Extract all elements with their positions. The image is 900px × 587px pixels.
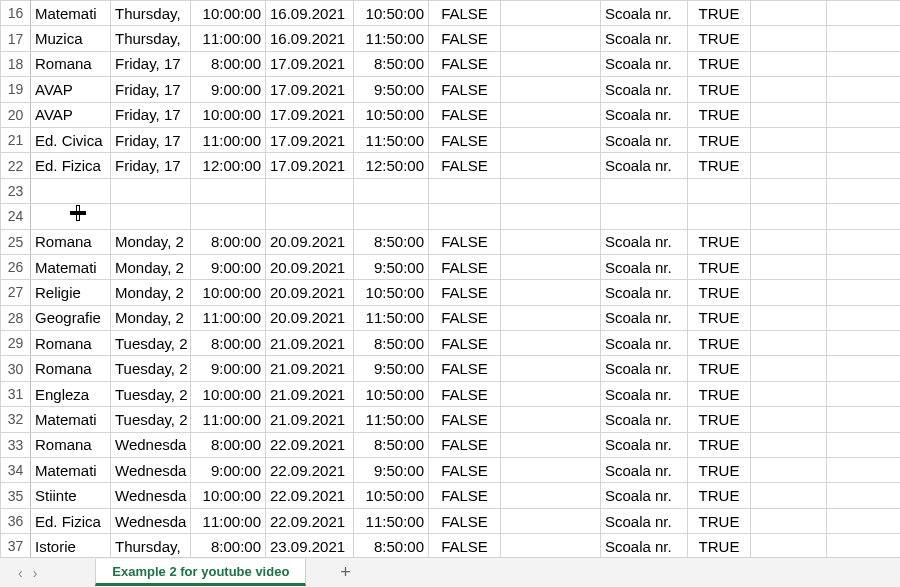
cell-empty2[interactable] bbox=[751, 229, 827, 254]
cell-flag2[interactable]: TRUE bbox=[688, 407, 751, 432]
table-row[interactable]: 29RomanaTuesday, 28:00:0021.09.20218:50:… bbox=[1, 331, 901, 356]
row-header[interactable]: 19 bbox=[1, 77, 31, 102]
cell-end-time[interactable]: 8:50:00 bbox=[354, 534, 429, 557]
cell-empty[interactable] bbox=[501, 432, 601, 457]
cell-empty2[interactable] bbox=[751, 280, 827, 305]
cell-empty3[interactable] bbox=[827, 1, 901, 26]
cell-location[interactable]: Scoala nr. bbox=[601, 305, 688, 330]
cell-flag1[interactable]: FALSE bbox=[429, 153, 501, 178]
data-table[interactable]: 16MatematiThursday,10:00:0016.09.202110:… bbox=[0, 0, 900, 557]
cell-date[interactable]: 20.09.2021 bbox=[266, 280, 354, 305]
cell-empty3[interactable] bbox=[827, 153, 901, 178]
cell-location[interactable]: Scoala nr. bbox=[601, 26, 688, 51]
row-header[interactable]: 25 bbox=[1, 229, 31, 254]
cell-location[interactable]: Scoala nr. bbox=[601, 229, 688, 254]
cell-day[interactable]: Friday, 17 bbox=[111, 51, 191, 76]
cell-location[interactable]: Scoala nr. bbox=[601, 77, 688, 102]
cell-empty2[interactable] bbox=[751, 204, 827, 229]
cell-date[interactable]: 21.09.2021 bbox=[266, 356, 354, 381]
cell-empty2[interactable] bbox=[751, 534, 827, 557]
cell-empty2[interactable] bbox=[751, 51, 827, 76]
cell-date[interactable]: 20.09.2021 bbox=[266, 305, 354, 330]
table-row[interactable]: 33RomanaWednesda8:00:0022.09.20218:50:00… bbox=[1, 432, 901, 457]
row-header[interactable]: 35 bbox=[1, 483, 31, 508]
cell-start-time[interactable]: 11:00:00 bbox=[191, 127, 266, 152]
cell-flag1[interactable]: FALSE bbox=[429, 407, 501, 432]
cell-start-time[interactable]: 12:00:00 bbox=[191, 153, 266, 178]
table-row[interactable]: 27ReligieMonday, 210:00:0020.09.202110:5… bbox=[1, 280, 901, 305]
cell-subject[interactable]: Ed. Civica bbox=[31, 127, 111, 152]
table-row[interactable]: 18RomanaFriday, 178:00:0017.09.20218:50:… bbox=[1, 51, 901, 76]
cell-empty3[interactable] bbox=[827, 483, 901, 508]
cell-empty2[interactable] bbox=[751, 254, 827, 279]
cell-empty3[interactable] bbox=[827, 127, 901, 152]
cell-subject[interactable] bbox=[31, 204, 111, 229]
cell-empty[interactable] bbox=[501, 458, 601, 483]
cell-subject[interactable]: Ed. Fizica bbox=[31, 153, 111, 178]
row-header[interactable]: 18 bbox=[1, 51, 31, 76]
cell-subject[interactable]: Matemati bbox=[31, 1, 111, 26]
cell-subject[interactable]: AVAP bbox=[31, 77, 111, 102]
cell-day[interactable]: Monday, 2 bbox=[111, 305, 191, 330]
table-row[interactable]: 23 bbox=[1, 178, 901, 203]
cell-location[interactable]: Scoala nr. bbox=[601, 432, 688, 457]
cell-end-time[interactable]: 8:50:00 bbox=[354, 229, 429, 254]
cell-start-time[interactable]: 9:00:00 bbox=[191, 254, 266, 279]
cell-flag1[interactable]: FALSE bbox=[429, 26, 501, 51]
cell-flag2[interactable]: TRUE bbox=[688, 356, 751, 381]
cell-empty2[interactable] bbox=[751, 178, 827, 203]
cell-day[interactable]: Tuesday, 2 bbox=[111, 331, 191, 356]
table-row[interactable]: 30RomanaTuesday, 29:00:0021.09.20219:50:… bbox=[1, 356, 901, 381]
cell-day[interactable] bbox=[111, 204, 191, 229]
cell-flag1[interactable]: FALSE bbox=[429, 356, 501, 381]
cell-flag2[interactable]: TRUE bbox=[688, 26, 751, 51]
cell-location[interactable]: Scoala nr. bbox=[601, 127, 688, 152]
cell-empty2[interactable] bbox=[751, 508, 827, 533]
cell-empty[interactable] bbox=[501, 51, 601, 76]
cell-subject[interactable]: Romana bbox=[31, 331, 111, 356]
cell-empty[interactable] bbox=[501, 229, 601, 254]
cell-empty3[interactable] bbox=[827, 77, 901, 102]
cell-start-time[interactable]: 11:00:00 bbox=[191, 508, 266, 533]
cell-day[interactable]: Wednesda bbox=[111, 483, 191, 508]
cell-subject[interactable]: Romana bbox=[31, 51, 111, 76]
row-header[interactable]: 37 bbox=[1, 534, 31, 557]
cell-end-time[interactable]: 9:50:00 bbox=[354, 356, 429, 381]
cell-date[interactable]: 22.09.2021 bbox=[266, 458, 354, 483]
cell-date[interactable]: 17.09.2021 bbox=[266, 51, 354, 76]
cell-subject[interactable]: AVAP bbox=[31, 102, 111, 127]
cell-location[interactable] bbox=[601, 204, 688, 229]
cell-end-time[interactable]: 8:50:00 bbox=[354, 432, 429, 457]
table-row[interactable]: 32MatematiTuesday, 211:00:0021.09.202111… bbox=[1, 407, 901, 432]
cell-day[interactable]: Monday, 2 bbox=[111, 229, 191, 254]
row-header[interactable]: 17 bbox=[1, 26, 31, 51]
cell-empty3[interactable] bbox=[827, 102, 901, 127]
row-header[interactable]: 22 bbox=[1, 153, 31, 178]
cell-start-time[interactable]: 9:00:00 bbox=[191, 77, 266, 102]
table-row[interactable]: 36Ed. FizicaWednesda11:00:0022.09.202111… bbox=[1, 508, 901, 533]
cell-date[interactable]: 17.09.2021 bbox=[266, 77, 354, 102]
cell-empty2[interactable] bbox=[751, 432, 827, 457]
cell-end-time[interactable]: 11:50:00 bbox=[354, 127, 429, 152]
cell-flag1[interactable]: FALSE bbox=[429, 458, 501, 483]
tab-next-button[interactable]: › bbox=[33, 565, 38, 581]
cell-empty3[interactable] bbox=[827, 407, 901, 432]
cell-start-time[interactable]: 8:00:00 bbox=[191, 51, 266, 76]
cell-empty[interactable] bbox=[501, 1, 601, 26]
cell-location[interactable]: Scoala nr. bbox=[601, 280, 688, 305]
cell-subject[interactable]: Matemati bbox=[31, 407, 111, 432]
cell-location[interactable]: Scoala nr. bbox=[601, 254, 688, 279]
cell-empty3[interactable] bbox=[827, 534, 901, 557]
cell-subject[interactable]: Ed. Fizica bbox=[31, 508, 111, 533]
cell-subject[interactable]: Engleza bbox=[31, 381, 111, 406]
cell-subject[interactable]: Istorie bbox=[31, 534, 111, 557]
cell-flag2[interactable]: TRUE bbox=[688, 229, 751, 254]
cell-flag2[interactable] bbox=[688, 204, 751, 229]
cell-end-time[interactable]: 12:50:00 bbox=[354, 153, 429, 178]
cell-empty3[interactable] bbox=[827, 331, 901, 356]
cell-flag1[interactable]: FALSE bbox=[429, 331, 501, 356]
cell-end-time[interactable]: 10:50:00 bbox=[354, 102, 429, 127]
cell-flag2[interactable]: TRUE bbox=[688, 254, 751, 279]
cell-start-time[interactable]: 11:00:00 bbox=[191, 26, 266, 51]
cell-date[interactable]: 20.09.2021 bbox=[266, 229, 354, 254]
